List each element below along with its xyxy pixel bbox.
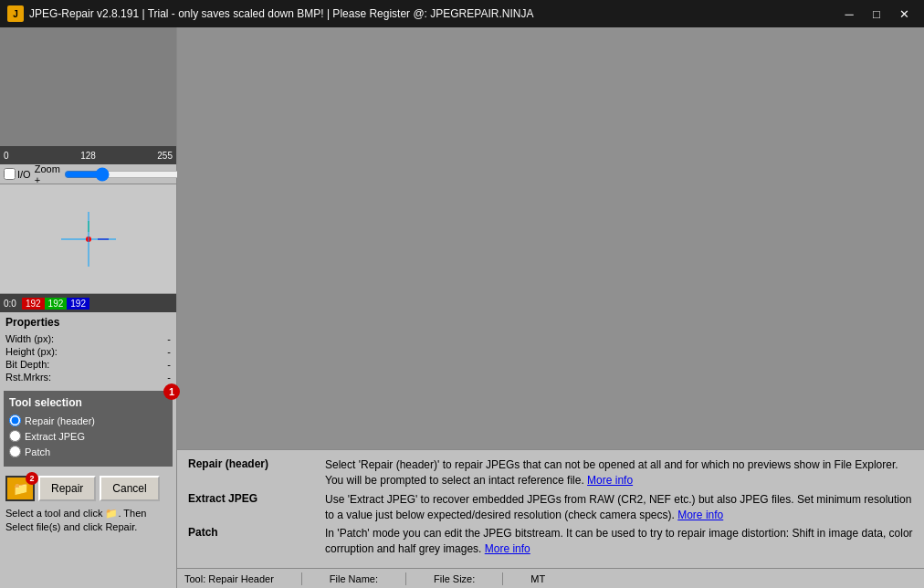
io-input[interactable] bbox=[4, 168, 16, 180]
main-layout: 0 128 255 I/O Zoom + 0:0 192 192 bbox=[0, 27, 924, 588]
crosshair bbox=[61, 212, 116, 267]
folder-icon: 📁 bbox=[13, 481, 28, 496]
preview-area bbox=[0, 27, 176, 146]
io-checkbox[interactable]: I/O bbox=[4, 168, 31, 180]
mini-preview bbox=[0, 184, 176, 294]
tool-label-extract: Extract JPEG bbox=[25, 431, 85, 442]
info-row-patch: Patch In 'Patch' mode you can edit the J… bbox=[188, 526, 913, 557]
info-desc-repair: Select 'Repair (header)' to repair JPEGs… bbox=[325, 457, 913, 488]
prop-value-bitdepth: - bbox=[167, 359, 171, 370]
status-mt: MT bbox=[530, 573, 545, 584]
prop-value-height: - bbox=[167, 346, 171, 357]
prop-label-width: Width (px): bbox=[5, 333, 54, 344]
status-divider-2 bbox=[405, 572, 406, 585]
io-zoom-bar: I/O Zoom + bbox=[0, 164, 176, 184]
properties-section: Properties Width (px): - Height (px): - … bbox=[0, 312, 176, 387]
canvas-area bbox=[177, 27, 924, 449]
minimize-button[interactable]: ─ bbox=[836, 4, 862, 24]
prop-label-bitdepth: Bit Depth: bbox=[5, 359, 49, 370]
bottom-buttons: 📁 2 Repair Cancel bbox=[0, 470, 176, 507]
pixel-b: 192 bbox=[67, 298, 89, 310]
prop-value-width: - bbox=[167, 333, 171, 344]
prop-value-rstmrkrs: - bbox=[167, 372, 171, 383]
app-icon: J bbox=[7, 5, 24, 22]
prop-row-height: Height (px): - bbox=[5, 345, 171, 358]
tool-label-repair: Repair (header) bbox=[25, 415, 95, 426]
info-tool-extract: Extract JPEG bbox=[188, 492, 298, 523]
preview-canvas bbox=[0, 27, 176, 146]
tool-radio-patch[interactable]: Patch bbox=[9, 446, 167, 457]
hint-text: Select a tool and click 📁. Then Select f… bbox=[0, 507, 176, 541]
hist-right: 255 bbox=[157, 151, 173, 161]
prop-label-rstmrkrs: Rst.Mrkrs: bbox=[5, 372, 51, 383]
histogram-bar: 0 128 255 bbox=[0, 146, 176, 164]
status-divider-3 bbox=[502, 572, 503, 585]
properties-title: Properties bbox=[5, 316, 171, 329]
tool-selection-badge: 1 bbox=[163, 383, 180, 400]
prop-label-height: Height (px): bbox=[5, 346, 58, 357]
tool-radio-extract[interactable]: Extract JPEG bbox=[9, 430, 167, 442]
radio-extract[interactable] bbox=[9, 430, 21, 442]
info-desc-patch: In 'Patch' mode you can edit the JPEG bi… bbox=[325, 526, 913, 557]
status-tool: Tool: Repair Header bbox=[184, 573, 274, 584]
pixel-r: 192 bbox=[22, 298, 45, 310]
title-bar-text: JPEG-Repair v2.8.191 | Trial - only save… bbox=[29, 7, 836, 20]
close-button[interactable]: ✕ bbox=[891, 4, 917, 24]
info-row-repair: Repair (header) Select 'Repair (header)'… bbox=[188, 457, 913, 488]
zoom-plus-label: Zoom + bbox=[35, 163, 60, 185]
status-filesize: File Size: bbox=[434, 573, 475, 584]
hist-mid: 128 bbox=[80, 151, 96, 161]
tool-selection-section: Tool selection 1 Repair (header) Extract… bbox=[4, 391, 173, 467]
maximize-button[interactable]: □ bbox=[864, 4, 889, 24]
info-row-extract: Extract JPEG Use 'Extract JPEG' to recov… bbox=[188, 492, 913, 523]
pixel-g: 192 bbox=[45, 298, 68, 310]
radio-patch[interactable] bbox=[9, 446, 21, 457]
crosshair-center bbox=[86, 236, 91, 242]
radio-repair[interactable] bbox=[9, 415, 21, 426]
info-panel: Repair (header) Select 'Repair (header)'… bbox=[177, 449, 924, 568]
pixel-coord: 0:0 bbox=[4, 299, 22, 309]
zoom-slider[interactable] bbox=[64, 169, 182, 180]
prop-row-rstmrkrs: Rst.Mrkrs: - bbox=[5, 371, 171, 383]
status-divider-1 bbox=[301, 572, 302, 585]
folder-button[interactable]: 📁 2 bbox=[5, 476, 35, 501]
status-filename: File Name: bbox=[330, 573, 378, 584]
io-label: I/O bbox=[17, 169, 31, 180]
status-bar: Tool: Repair Header File Name: File Size… bbox=[177, 568, 924, 588]
repair-button[interactable]: Repair bbox=[38, 476, 96, 501]
title-bar: J JPEG-Repair v2.8.191 | Trial - only sa… bbox=[0, 0, 924, 27]
left-panel: 0 128 255 I/O Zoom + 0:0 192 192 bbox=[0, 27, 177, 588]
tool-label-patch: Patch bbox=[25, 446, 50, 457]
info-link-extract[interactable]: More info bbox=[677, 509, 723, 521]
tool-radio-repair[interactable]: Repair (header) bbox=[9, 415, 167, 426]
info-tool-patch: Patch bbox=[188, 526, 298, 557]
folder-badge: 2 bbox=[26, 472, 38, 485]
info-tool-repair: Repair (header) bbox=[188, 457, 298, 488]
title-bar-controls: ─ □ ✕ bbox=[836, 4, 917, 24]
prop-row-bitdepth: Bit Depth: - bbox=[5, 358, 171, 371]
info-desc-extract: Use 'Extract JPEG' to recover embedded J… bbox=[325, 492, 913, 523]
cancel-button[interactable]: Cancel bbox=[100, 476, 159, 501]
crosshair-v-top bbox=[88, 221, 89, 232]
crosshair-h-right bbox=[98, 238, 109, 239]
info-link-patch[interactable]: More info bbox=[485, 542, 530, 555]
pixel-val-bar: 0:0 192 192 192 bbox=[0, 294, 176, 312]
tool-selection-title: Tool selection bbox=[9, 396, 167, 409]
prop-row-width: Width (px): - bbox=[5, 332, 171, 345]
center-area: Repair (header) Select 'Repair (header)'… bbox=[177, 27, 924, 588]
info-link-repair[interactable]: More info bbox=[587, 474, 633, 487]
hist-left: 0 bbox=[4, 151, 9, 161]
